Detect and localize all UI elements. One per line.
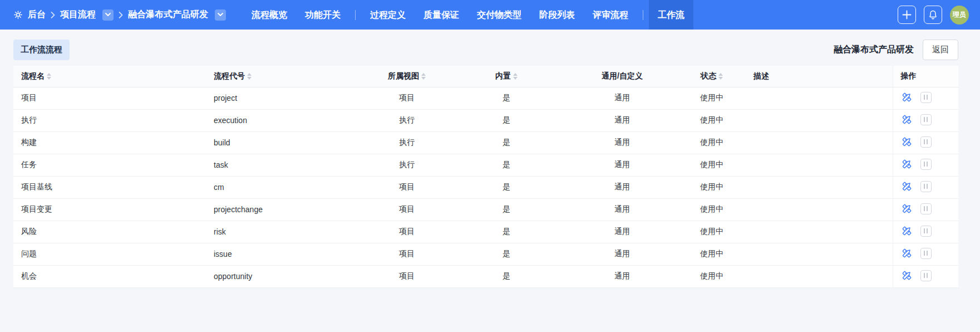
- cell-scope: 通用: [567, 176, 678, 198]
- breadcrumb-dropdown[interactable]: [102, 9, 114, 21]
- breadcrumb-item[interactable]: 融合瀑布式产品研发: [128, 9, 208, 21]
- cell-name: 构建: [13, 131, 206, 154]
- chevron-right-icon: [51, 12, 55, 18]
- cell-name: 项目: [13, 87, 206, 109]
- column-label: 状态: [701, 71, 716, 81]
- design-edit-button[interactable]: [901, 158, 913, 170]
- cell-scope: 通用: [567, 265, 678, 287]
- design-edit-button[interactable]: [901, 225, 913, 237]
- column-header-code[interactable]: 流程代号: [206, 66, 367, 87]
- cell-desc: [746, 154, 893, 176]
- table-row: 任务task执行是通用使用中: [13, 154, 958, 176]
- workflow-tab-pill[interactable]: 工作流流程: [13, 40, 70, 60]
- nav-item-8[interactable]: 工作流: [649, 0, 693, 30]
- pause-icon: [924, 273, 928, 278]
- nav-item-3[interactable]: 过程定义: [361, 0, 415, 30]
- breadcrumb-dropdown[interactable]: [215, 9, 226, 21]
- column-header-actions: 操作: [893, 66, 958, 87]
- actions-cell: [893, 176, 958, 198]
- column-header-name[interactable]: 流程名: [13, 66, 206, 87]
- notifications-button[interactable]: [924, 6, 942, 24]
- column-header-builtin[interactable]: 内置: [446, 66, 567, 87]
- design-edit-icon: [901, 158, 913, 170]
- cell-scope: 通用: [567, 243, 678, 265]
- design-edit-button[interactable]: [901, 136, 913, 148]
- pause-button[interactable]: [920, 159, 932, 170]
- column-header-desc: 描述: [746, 66, 893, 87]
- actions-cell: [893, 131, 958, 154]
- pause-button[interactable]: [920, 92, 932, 103]
- cell-desc: [746, 265, 893, 287]
- nav-item-6[interactable]: 阶段列表: [530, 0, 584, 30]
- back-button[interactable]: 返回: [923, 40, 958, 60]
- table-header-row: 流程名 流程代号 所属视图 内置 通用/自定义状态 描述操作: [13, 66, 958, 87]
- pause-icon: [924, 95, 928, 100]
- nav-item-5[interactable]: 交付物类型: [468, 0, 530, 30]
- design-edit-button[interactable]: [901, 114, 913, 125]
- cell-status: 使用中: [678, 198, 746, 221]
- cell-status: 使用中: [678, 109, 746, 131]
- pause-button[interactable]: [920, 226, 932, 237]
- pause-button[interactable]: [920, 114, 932, 125]
- sort-caret-down-icon: [421, 77, 426, 80]
- pause-button[interactable]: [920, 270, 932, 281]
- design-edit-button[interactable]: [901, 270, 913, 281]
- pause-icon: [924, 162, 928, 167]
- pause-button[interactable]: [920, 181, 932, 192]
- cell-view: 执行: [367, 154, 446, 176]
- column-header-status[interactable]: 状态: [678, 66, 746, 87]
- cell-status: 使用中: [678, 221, 746, 243]
- nav-item-4[interactable]: 质量保证: [415, 0, 468, 30]
- pause-button[interactable]: [920, 203, 932, 214]
- sort-carets-icon[interactable]: [247, 73, 252, 80]
- nav-item-1[interactable]: 流程概览: [243, 0, 296, 30]
- sort-caret-up-icon: [47, 73, 51, 76]
- column-header-view[interactable]: 所属视图: [367, 66, 446, 87]
- cell-name: 项目基线: [13, 176, 206, 198]
- nav-divider: [355, 10, 356, 20]
- cell-scope: 通用: [567, 109, 678, 131]
- column-label: 流程代号: [214, 71, 245, 81]
- topbar-actions: 理员: [898, 6, 969, 25]
- sort-caret-down-icon: [513, 77, 518, 80]
- cell-builtin: 是: [446, 87, 567, 109]
- cell-builtin: 是: [446, 109, 567, 131]
- design-edit-button[interactable]: [901, 91, 913, 103]
- nav-item-2[interactable]: 功能开关: [296, 0, 349, 30]
- sort-caret-down-icon: [47, 77, 51, 80]
- design-edit-button[interactable]: [901, 180, 913, 192]
- table-row: 机会opportunity项目是通用使用中: [13, 265, 958, 287]
- cell-code: task: [206, 154, 367, 176]
- avatar[interactable]: 理员: [950, 6, 969, 25]
- cell-name: 任务: [13, 154, 206, 176]
- sort-carets-icon[interactable]: [421, 73, 426, 80]
- cell-desc: [746, 131, 893, 154]
- design-edit-icon: [901, 225, 913, 237]
- pause-button[interactable]: [920, 248, 932, 259]
- sort-carets-icon[interactable]: [47, 73, 51, 80]
- design-edit-button[interactable]: [901, 203, 913, 214]
- cell-status: 使用中: [678, 176, 746, 198]
- cell-name: 执行: [13, 109, 206, 131]
- cell-desc: [746, 221, 893, 243]
- table-row: 项目project项目是通用使用中: [13, 87, 958, 109]
- breadcrumb-home[interactable]: 后台: [28, 9, 46, 21]
- cell-builtin: 是: [446, 198, 567, 221]
- cell-view: 项目: [367, 87, 446, 109]
- nav-item-7[interactable]: 评审流程: [584, 0, 637, 30]
- chevron-down-icon: [105, 13, 111, 17]
- cell-view: 执行: [367, 131, 446, 154]
- topbar: 后台 项目流程 融合瀑布式产品研发 流程概览功能开关过程定义质量保证交付物类型阶…: [0, 0, 980, 30]
- plus-icon: [902, 10, 912, 19]
- pause-button[interactable]: [920, 136, 932, 148]
- design-edit-button[interactable]: [901, 247, 913, 259]
- actions-cell: [893, 198, 958, 221]
- sort-carets-icon[interactable]: [718, 73, 723, 80]
- sort-carets-icon[interactable]: [513, 73, 518, 80]
- breadcrumb-item[interactable]: 项目流程: [60, 9, 96, 21]
- cell-desc: [746, 243, 893, 265]
- sort-caret-down-icon: [718, 77, 723, 80]
- gear-icon[interactable]: [13, 10, 23, 19]
- add-button[interactable]: [898, 6, 916, 24]
- cell-code: cm: [206, 176, 367, 198]
